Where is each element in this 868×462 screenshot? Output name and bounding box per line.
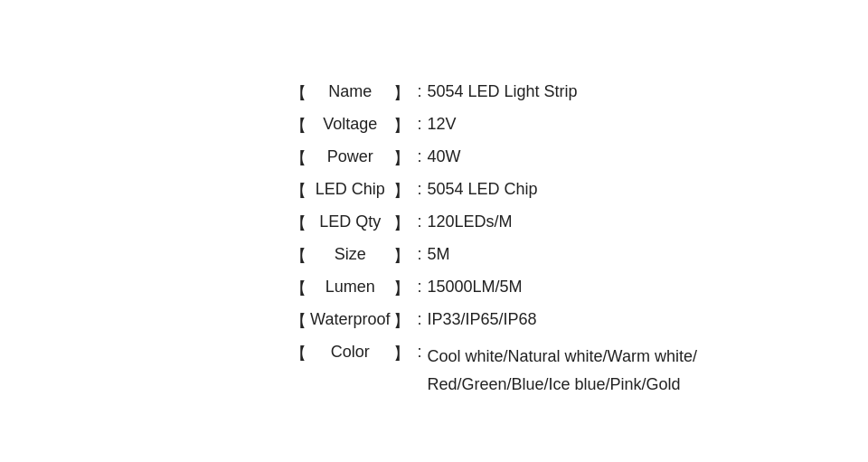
spec-label: LED Qty <box>307 207 393 240</box>
spec-colon: : <box>411 240 427 272</box>
spec-value: IP33/IP65/IP68 <box>427 305 696 337</box>
spec-label: Waterproof <box>307 305 393 337</box>
table-row: 【Size】:5M <box>279 240 697 272</box>
table-row: 【Color】:Cool white/Natural white/Warm wh… <box>279 337 697 403</box>
bracket-left: 【 <box>279 142 307 174</box>
spec-label: Voltage <box>307 109 393 142</box>
spec-value: 5054 LED Light Strip <box>427 77 696 109</box>
bracket-right: 】 <box>393 77 411 109</box>
spec-value: 40W <box>427 142 696 174</box>
spec-label: Color <box>307 337 393 403</box>
table-row: 【Lumen】:15000LM/5M <box>279 272 697 305</box>
spec-colon: : <box>411 305 427 337</box>
bracket-left: 【 <box>279 240 307 272</box>
spec-value: Cool white/Natural white/Warm white/ Red… <box>427 337 696 403</box>
spec-colon: : <box>411 272 427 305</box>
spec-colon: : <box>411 174 427 207</box>
spec-colon: : <box>411 77 427 109</box>
bracket-left: 【 <box>279 174 307 207</box>
bracket-right: 】 <box>393 305 411 337</box>
bracket-left: 【 <box>279 77 307 109</box>
table-row: 【Power】:40W <box>279 142 697 174</box>
bracket-right: 】 <box>393 207 411 240</box>
spec-value: 120LEDs/M <box>427 207 696 240</box>
spec-colon: : <box>411 142 427 174</box>
spec-colon: : <box>411 337 427 403</box>
spec-colon: : <box>411 207 427 240</box>
spec-label: Name <box>307 77 393 109</box>
table-row: 【Waterproof】:IP33/IP65/IP68 <box>279 305 697 337</box>
bracket-left: 【 <box>279 207 307 240</box>
spec-label: Power <box>307 142 393 174</box>
table-row: 【LED Qty】:120LEDs/M <box>279 207 697 240</box>
spec-colon: : <box>411 109 427 142</box>
spec-table: 【Name】:5054 LED Light Strip【Voltage】:12V… <box>279 77 697 403</box>
bracket-right: 】 <box>393 109 411 142</box>
bracket-left: 【 <box>279 109 307 142</box>
spec-value: 15000LM/5M <box>427 272 696 305</box>
bracket-right: 】 <box>393 240 411 272</box>
table-row: 【Voltage】:12V <box>279 109 697 142</box>
spec-label: LED Chip <box>307 174 393 207</box>
spec-label: Lumen <box>307 272 393 305</box>
bracket-right: 】 <box>393 142 411 174</box>
spec-value: 12V <box>427 109 696 142</box>
table-row: 【LED Chip】:5054 LED Chip <box>279 174 697 207</box>
bracket-right: 】 <box>393 174 411 207</box>
spec-value: 5M <box>427 240 696 272</box>
bracket-left: 【 <box>279 305 307 337</box>
spec-label: Size <box>307 240 393 272</box>
spec-value: 5054 LED Chip <box>427 174 696 207</box>
bracket-left: 【 <box>279 337 307 403</box>
table-row: 【Name】:5054 LED Light Strip <box>279 77 697 109</box>
bracket-right: 】 <box>393 272 411 305</box>
bracket-left: 【 <box>279 272 307 305</box>
bracket-right: 】 <box>393 337 411 403</box>
